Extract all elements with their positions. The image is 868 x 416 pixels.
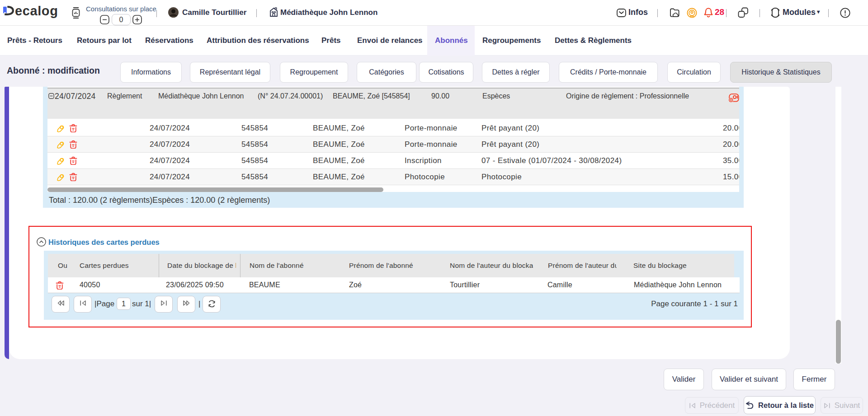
- svg-text:ecalog: ecalog: [15, 6, 58, 18]
